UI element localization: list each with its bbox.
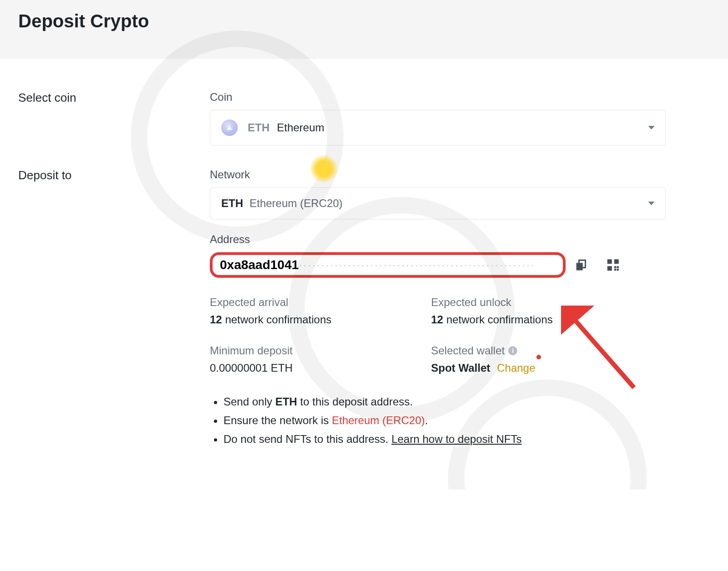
coin-name: Ethereum <box>277 121 324 134</box>
copy-icon <box>575 259 588 271</box>
chevron-down-icon <box>648 202 655 205</box>
svg-rect-4 <box>577 263 583 270</box>
deposit-to-content: Network ETH Ethereum (ERC20) Address 0xa… <box>210 168 666 448</box>
deposit-to-label: Deposit to <box>18 168 192 448</box>
svg-rect-10 <box>614 269 616 270</box>
svg-rect-8 <box>614 266 616 268</box>
address-hidden-part: ········································… <box>299 258 535 272</box>
address-visible-part: 0xa8aad1041 <box>220 258 299 272</box>
expected-unlock-count: 12 <box>431 313 443 326</box>
expected-arrival-suffix: network confirmations <box>225 313 331 326</box>
qr-code-icon <box>606 258 620 272</box>
expected-arrival-label: Expected arrival <box>210 296 413 309</box>
coin-field-group: Coin ETH Ethereum <box>210 91 666 145</box>
svg-rect-7 <box>608 266 612 271</box>
svg-rect-9 <box>617 266 619 268</box>
selected-wallet: Selected wallet i Spot Wallet Change <box>431 344 634 374</box>
address-field-label: Address <box>210 233 666 246</box>
expected-arrival-count: 12 <box>210 313 222 326</box>
expected-arrival: Expected arrival 12 network confirmation… <box>210 296 413 326</box>
selected-wallet-label: Selected wallet <box>431 344 504 357</box>
deposit-form: Select coin Coin ETH Ethereum Deposit to… <box>0 59 684 489</box>
svg-rect-6 <box>614 260 619 264</box>
copy-address-button[interactable] <box>574 258 588 272</box>
select-coin-label: Select coin <box>18 91 192 145</box>
minimum-deposit: Minimum deposit 0.00000001 ETH <box>210 344 413 374</box>
svg-rect-11 <box>617 269 619 270</box>
network-name: Ethereum (ERC20) <box>250 197 343 210</box>
expected-unlock-suffix: network confirmations <box>446 313 552 326</box>
note-ensure-network: Ensure the network is Ethereum (ERC20). <box>224 411 666 430</box>
change-wallet-link[interactable]: Change <box>497 362 535 374</box>
info-icon[interactable]: i <box>508 346 517 355</box>
network-field-label: Network <box>210 168 666 181</box>
deposit-to-row: Deposit to Network ETH Ethereum (ERC20) … <box>18 168 666 448</box>
eth-coin-icon <box>221 119 238 136</box>
network-select[interactable]: ETH Ethereum (ERC20) <box>210 187 666 219</box>
deposit-details: Expected arrival 12 network confirmation… <box>210 296 634 374</box>
chevron-down-icon <box>648 126 655 130</box>
selected-wallet-value: Spot Wallet <box>431 362 490 374</box>
coin-select[interactable]: ETH Ethereum <box>210 110 666 145</box>
deposit-notes: Send only ETH to this deposit address. E… <box>210 393 666 448</box>
deposit-address[interactable]: 0xa8aad1041·····························… <box>210 252 566 278</box>
minimum-deposit-label: Minimum deposit <box>210 344 413 357</box>
learn-nft-link[interactable]: Learn how to deposit NFTs <box>391 433 521 445</box>
note-no-nft: Do not send NFTs to this address. Learn … <box>224 430 666 449</box>
coin-symbol: ETH <box>248 121 270 134</box>
note-send-only: Send only ETH to this deposit address. <box>224 393 666 411</box>
expected-unlock-label: Expected unlock <box>431 296 634 309</box>
qr-code-button[interactable] <box>606 258 620 272</box>
select-coin-row: Select coin Coin ETH Ethereum <box>18 91 666 145</box>
expected-unlock: Expected unlock 12 network confirmations <box>431 296 634 326</box>
coin-field-label: Coin <box>210 91 666 104</box>
network-symbol: ETH <box>221 197 243 210</box>
minimum-deposit-value: 0.00000001 ETH <box>210 362 413 374</box>
svg-rect-5 <box>608 260 612 264</box>
page-header: Deposit Crypto <box>0 0 728 59</box>
page-title: Deposit Crypto <box>18 11 710 31</box>
